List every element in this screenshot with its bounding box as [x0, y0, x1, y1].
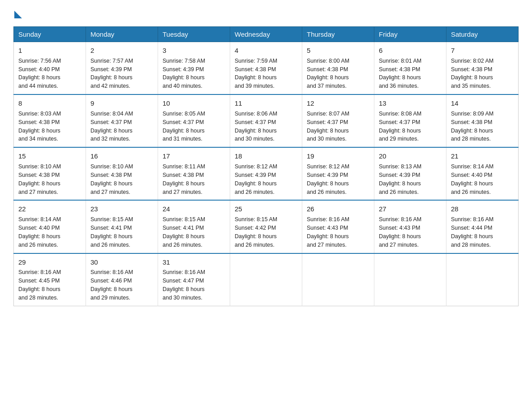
- day-number: 20: [379, 151, 442, 161]
- day-number: 22: [18, 204, 81, 214]
- day-number: 7: [451, 46, 514, 56]
- day-info: Sunrise: 8:16 AMSunset: 4:47 PMDaylight:…: [163, 269, 205, 301]
- day-cell: 21Sunrise: 8:14 AMSunset: 4:40 PMDayligh…: [446, 147, 519, 200]
- week-row-5: 29Sunrise: 8:16 AMSunset: 4:45 PMDayligh…: [14, 253, 519, 306]
- day-info: Sunrise: 8:00 AMSunset: 4:38 PMDaylight:…: [307, 58, 349, 90]
- day-info: Sunrise: 8:12 AMSunset: 4:39 PMDaylight:…: [307, 163, 349, 195]
- day-cell: [230, 253, 302, 306]
- logo: [13, 9, 22, 18]
- header-wednesday: Wednesday: [230, 27, 302, 42]
- day-number: 15: [18, 151, 81, 161]
- day-info: Sunrise: 8:15 AMSunset: 4:41 PMDaylight:…: [163, 216, 205, 248]
- day-info: Sunrise: 8:03 AMSunset: 4:38 PMDaylight:…: [18, 111, 61, 142]
- day-cell: 14Sunrise: 8:09 AMSunset: 4:38 PMDayligh…: [446, 94, 519, 147]
- day-cell: 1Sunrise: 7:56 AMSunset: 4:40 PMDaylight…: [14, 42, 86, 95]
- page-header: [13, 9, 519, 18]
- header-friday: Friday: [374, 27, 446, 42]
- day-cell: 13Sunrise: 8:08 AMSunset: 4:37 PMDayligh…: [374, 94, 446, 147]
- day-cell: 20Sunrise: 8:13 AMSunset: 4:39 PMDayligh…: [374, 147, 446, 200]
- day-cell: 22Sunrise: 8:14 AMSunset: 4:40 PMDayligh…: [14, 200, 86, 253]
- day-info: Sunrise: 8:13 AMSunset: 4:39 PMDaylight:…: [379, 163, 421, 195]
- day-cell: 8Sunrise: 8:03 AMSunset: 4:38 PMDaylight…: [14, 94, 86, 147]
- day-number: 5: [307, 46, 369, 56]
- day-number: 16: [90, 151, 153, 161]
- day-number: 10: [163, 98, 225, 108]
- day-number: 23: [90, 204, 153, 214]
- day-number: 2: [90, 46, 153, 56]
- day-info: Sunrise: 8:16 AMSunset: 4:43 PMDaylight:…: [307, 216, 349, 248]
- header-monday: Monday: [86, 27, 158, 42]
- day-number: 26: [307, 204, 369, 214]
- day-info: Sunrise: 8:10 AMSunset: 4:38 PMDaylight:…: [90, 163, 133, 195]
- day-info: Sunrise: 8:11 AMSunset: 4:38 PMDaylight:…: [163, 163, 205, 195]
- day-cell: 27Sunrise: 8:16 AMSunset: 4:43 PMDayligh…: [374, 200, 446, 253]
- day-info: Sunrise: 7:56 AMSunset: 4:40 PMDaylight:…: [18, 58, 61, 90]
- week-row-4: 22Sunrise: 8:14 AMSunset: 4:40 PMDayligh…: [14, 200, 519, 253]
- week-row-2: 8Sunrise: 8:03 AMSunset: 4:38 PMDaylight…: [14, 94, 519, 147]
- day-cell: 7Sunrise: 8:02 AMSunset: 4:38 PMDaylight…: [446, 42, 519, 95]
- day-number: 3: [163, 46, 225, 56]
- header-saturday: Saturday: [446, 27, 519, 42]
- day-cell: 24Sunrise: 8:15 AMSunset: 4:41 PMDayligh…: [158, 200, 230, 253]
- day-info: Sunrise: 8:16 AMSunset: 4:44 PMDaylight:…: [451, 216, 493, 248]
- day-cell: 4Sunrise: 7:59 AMSunset: 4:38 PMDaylight…: [230, 42, 302, 95]
- day-info: Sunrise: 8:01 AMSunset: 4:38 PMDaylight:…: [379, 58, 421, 90]
- day-cell: 23Sunrise: 8:15 AMSunset: 4:41 PMDayligh…: [86, 200, 158, 253]
- day-info: Sunrise: 8:15 AMSunset: 4:42 PMDaylight:…: [235, 216, 277, 248]
- day-cell: [374, 253, 446, 306]
- day-cell: 10Sunrise: 8:05 AMSunset: 4:37 PMDayligh…: [158, 94, 230, 147]
- day-cell: 19Sunrise: 8:12 AMSunset: 4:39 PMDayligh…: [302, 147, 374, 200]
- day-number: 11: [235, 98, 297, 108]
- day-cell: 17Sunrise: 8:11 AMSunset: 4:38 PMDayligh…: [158, 147, 230, 200]
- day-number: 18: [235, 151, 297, 161]
- week-row-1: 1Sunrise: 7:56 AMSunset: 4:40 PMDaylight…: [14, 42, 519, 95]
- day-cell: [302, 253, 374, 306]
- day-number: 27: [379, 204, 442, 214]
- day-cell: 18Sunrise: 8:12 AMSunset: 4:39 PMDayligh…: [230, 147, 302, 200]
- day-cell: 29Sunrise: 8:16 AMSunset: 4:45 PMDayligh…: [14, 253, 86, 306]
- day-cell: 16Sunrise: 8:10 AMSunset: 4:38 PMDayligh…: [86, 147, 158, 200]
- day-cell: 25Sunrise: 8:15 AMSunset: 4:42 PMDayligh…: [230, 200, 302, 253]
- day-number: 4: [235, 46, 297, 56]
- day-cell: 15Sunrise: 8:10 AMSunset: 4:38 PMDayligh…: [14, 147, 86, 200]
- day-number: 25: [235, 204, 297, 214]
- day-number: 1: [18, 46, 81, 56]
- day-info: Sunrise: 8:02 AMSunset: 4:38 PMDaylight:…: [451, 58, 493, 90]
- day-info: Sunrise: 7:59 AMSunset: 4:38 PMDaylight:…: [235, 58, 277, 90]
- day-info: Sunrise: 8:12 AMSunset: 4:39 PMDaylight:…: [235, 163, 277, 195]
- day-info: Sunrise: 8:16 AMSunset: 4:46 PMDaylight:…: [90, 269, 133, 301]
- header-tuesday: Tuesday: [158, 27, 230, 42]
- calendar-header-row: SundayMondayTuesdayWednesdayThursdayFrid…: [14, 27, 519, 42]
- day-info: Sunrise: 8:14 AMSunset: 4:40 PMDaylight:…: [18, 216, 61, 248]
- day-cell: 11Sunrise: 8:06 AMSunset: 4:37 PMDayligh…: [230, 94, 302, 147]
- day-number: 12: [307, 98, 369, 108]
- day-number: 17: [163, 151, 225, 161]
- day-number: 6: [379, 46, 442, 56]
- day-number: 28: [451, 204, 514, 214]
- day-info: Sunrise: 8:05 AMSunset: 4:37 PMDaylight:…: [163, 111, 205, 142]
- week-row-3: 15Sunrise: 8:10 AMSunset: 4:38 PMDayligh…: [14, 147, 519, 200]
- day-info: Sunrise: 8:08 AMSunset: 4:37 PMDaylight:…: [379, 111, 421, 142]
- day-number: 13: [379, 98, 442, 108]
- day-info: Sunrise: 8:04 AMSunset: 4:37 PMDaylight:…: [90, 111, 133, 142]
- day-info: Sunrise: 8:14 AMSunset: 4:40 PMDaylight:…: [451, 163, 493, 195]
- day-info: Sunrise: 8:10 AMSunset: 4:38 PMDaylight:…: [18, 163, 61, 195]
- day-cell: 2Sunrise: 7:57 AMSunset: 4:39 PMDaylight…: [86, 42, 158, 95]
- day-info: Sunrise: 8:15 AMSunset: 4:41 PMDaylight:…: [90, 216, 133, 248]
- day-cell: 5Sunrise: 8:00 AMSunset: 4:38 PMDaylight…: [302, 42, 374, 95]
- day-number: 19: [307, 151, 369, 161]
- day-cell: 30Sunrise: 8:16 AMSunset: 4:46 PMDayligh…: [86, 253, 158, 306]
- day-cell: 3Sunrise: 7:58 AMSunset: 4:39 PMDaylight…: [158, 42, 230, 95]
- day-number: 31: [163, 257, 225, 267]
- day-number: 30: [90, 257, 153, 267]
- day-info: Sunrise: 8:07 AMSunset: 4:37 PMDaylight:…: [307, 111, 349, 142]
- day-number: 8: [18, 98, 81, 108]
- day-cell: [446, 253, 519, 306]
- day-cell: 12Sunrise: 8:07 AMSunset: 4:37 PMDayligh…: [302, 94, 374, 147]
- header-sunday: Sunday: [14, 27, 86, 42]
- day-number: 29: [18, 257, 81, 267]
- day-info: Sunrise: 8:06 AMSunset: 4:37 PMDaylight:…: [235, 111, 277, 142]
- day-cell: 26Sunrise: 8:16 AMSunset: 4:43 PMDayligh…: [302, 200, 374, 253]
- day-info: Sunrise: 7:57 AMSunset: 4:39 PMDaylight:…: [90, 58, 133, 90]
- day-number: 21: [451, 151, 514, 161]
